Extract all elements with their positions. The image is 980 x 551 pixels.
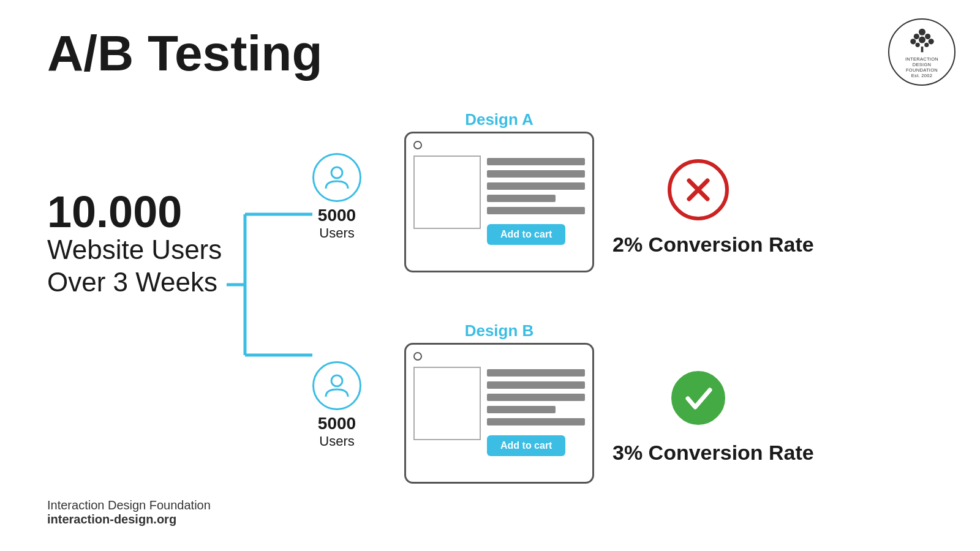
- browser-lines-b: Add to cart: [487, 367, 585, 465]
- x-icon: [683, 174, 714, 205]
- svg-point-1: [913, 34, 919, 39]
- line1: [487, 158, 585, 165]
- line5: [487, 207, 585, 214]
- line3: [487, 182, 585, 190]
- line1: [487, 369, 585, 377]
- user-b-label: 5000 Users: [312, 414, 361, 449]
- person-icon-b: [323, 372, 350, 399]
- total-users-block: 10.000 Website Users Over 3 Weeks: [47, 190, 222, 299]
- person-icon-a: [323, 164, 350, 191]
- svg-point-7: [924, 43, 929, 47]
- browser-lines-a: Add to cart: [487, 156, 585, 253]
- user-a-label: 5000 Users: [312, 206, 361, 241]
- browser-image-a: [413, 156, 481, 229]
- total-users-number: 10.000: [47, 190, 222, 234]
- line4: [487, 195, 556, 202]
- svg-point-5: [928, 39, 933, 44]
- line5: [487, 418, 585, 425]
- logo-text: INTERACTION DESIGNFOUNDATIONEst. 2002: [895, 56, 948, 78]
- svg-point-2: [925, 34, 930, 39]
- browser-mockup-b: Add to cart: [404, 343, 594, 484]
- connector-lines: [227, 135, 325, 435]
- svg-point-4: [919, 37, 925, 43]
- svg-point-16: [331, 375, 342, 386]
- design-b-label: Design B: [404, 321, 594, 340]
- result-icon-b: [668, 367, 729, 429]
- svg-point-3: [910, 39, 916, 44]
- footer-url: interaction-design.org: [47, 512, 211, 527]
- footer-org: Interaction Design Foundation: [47, 498, 211, 512]
- line4: [487, 406, 556, 413]
- line3: [487, 394, 585, 401]
- check-icon: [682, 381, 715, 414]
- logo: INTERACTION DESIGNFOUNDATIONEst. 2002: [888, 18, 956, 86]
- browser-mockup-a: Add to cart: [404, 132, 594, 272]
- svg-point-6: [915, 43, 919, 47]
- result-icon-a: [668, 159, 729, 220]
- svg-point-13: [331, 167, 342, 178]
- add-to-cart-b[interactable]: Add to cart: [487, 435, 565, 456]
- total-users-label: Website Users Over 3 Weeks: [47, 234, 222, 299]
- user-icon-b: 5000 Users: [312, 361, 361, 449]
- browser-image-b: [413, 367, 481, 440]
- design-a-label: Design A: [404, 110, 594, 129]
- logo-tree-icon: [905, 26, 939, 55]
- main-content: 10.000 Website Users Over 3 Weeks Design…: [0, 98, 980, 551]
- browser-dot-b: [413, 352, 422, 361]
- svg-point-0: [919, 29, 925, 36]
- page-title: A/B Testing: [47, 28, 322, 78]
- footer: Interaction Design Foundation interactio…: [47, 498, 211, 527]
- result-text-b: 3% Conversion Rate: [612, 441, 845, 465]
- user-icon-a: 5000 Users: [312, 153, 361, 241]
- line2: [487, 170, 585, 178]
- browser-dot-a: [413, 141, 422, 149]
- result-text-a: 2% Conversion Rate: [612, 233, 845, 257]
- svg-rect-8: [921, 47, 923, 52]
- add-to-cart-a[interactable]: Add to cart: [487, 224, 565, 245]
- line2: [487, 381, 585, 389]
